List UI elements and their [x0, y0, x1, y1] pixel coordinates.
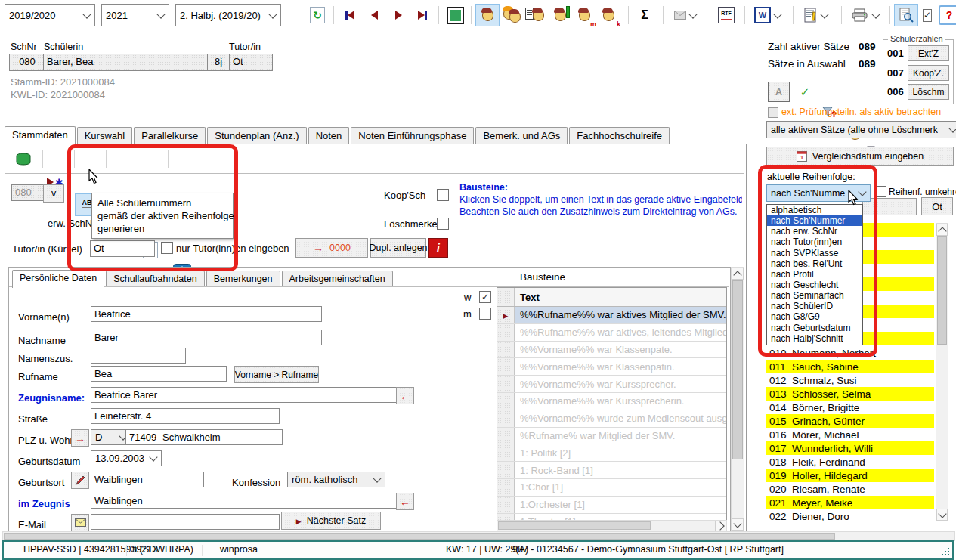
mail-button[interactable]	[667, 4, 704, 26]
tab-noten-einfuehrungsphase[interactable]: Noten Einführungsphase	[351, 127, 474, 144]
student-list-item[interactable]: 022Diener, Doro	[766, 509, 934, 523]
plz-lookup-button[interactable]	[71, 429, 89, 447]
scrollbar-thumb[interactable]	[732, 280, 743, 459]
tab-bemerk-und-ags[interactable]: Bemerk. und AGs	[475, 127, 568, 144]
order-option[interactable]: nach Tutor(inn)en	[767, 237, 862, 247]
scroll-up-button[interactable]	[936, 224, 948, 236]
tab-stammdaten[interactable]: Stammdaten	[5, 126, 76, 145]
im-zeugnis-field[interactable]: Waiblingen	[91, 493, 399, 509]
first-record-button[interactable]	[338, 4, 362, 26]
vorname-to-rufname-button[interactable]: Vorname > Rufname	[234, 366, 319, 383]
school-year-select[interactable]: 2019/2020	[5, 4, 95, 26]
student-list-item[interactable]: 017Wunnderlich, Willi	[766, 441, 934, 455]
reverse-order-checkbox[interactable]	[875, 186, 886, 197]
extz-button[interactable]: Ext'Z	[908, 45, 949, 61]
previous-record-button[interactable]	[362, 4, 386, 26]
goto-record-button[interactable]: 0000	[295, 238, 368, 258]
bausteine-hscrollbar[interactable]	[497, 520, 727, 531]
exam-year-select[interactable]: 2021	[101, 4, 169, 26]
order-option[interactable]: nach Geschlecht	[767, 280, 862, 290]
baustein-row[interactable]: %Rufname% war Mitglied der SMV.	[497, 428, 726, 445]
student-male-button[interactable]: m	[572, 4, 596, 26]
detail-vscrollbar[interactable]	[731, 267, 744, 531]
student-list-item[interactable]: 021Meyer, Meike	[766, 496, 934, 509]
tab-bemerkungen[interactable]: Bemerkungen	[206, 271, 280, 287]
tab-parallelkurse[interactable]: Parallelkurse	[134, 127, 206, 144]
baustein-row[interactable]: %%Vorname%% war Kurssprecherin.	[497, 393, 726, 410]
scroll-down-button[interactable]	[936, 509, 948, 521]
baustein-row[interactable]: %%Vorname%% war Kurssprecher.	[497, 376, 726, 393]
m-checkbox[interactable]	[479, 308, 491, 320]
koop-checkbox[interactable]	[437, 189, 449, 201]
baustein-row[interactable]: 1:Chor [1]	[497, 479, 726, 497]
student-list-item[interactable]: 015Grinach, Günter	[766, 414, 934, 428]
next-record-button[interactable]	[386, 4, 410, 26]
edit-schnr-field[interactable]: 080	[11, 184, 48, 201]
baustein-row[interactable]: 1:Orchester [1]	[497, 497, 726, 514]
baustein-row[interactable]: %%Vorname%% wurde zum Medienscout ausgeb	[497, 410, 726, 428]
plz-field[interactable]: 71409	[125, 429, 163, 445]
tab-noten[interactable]: Noten	[308, 127, 350, 144]
order-option[interactable]: alphabetisch	[767, 205, 862, 215]
student-pair-button[interactable]	[500, 4, 524, 26]
tab-schullaufbahndaten[interactable]: Schullaufbahndaten	[106, 271, 205, 287]
info-button[interactable]: i	[428, 238, 448, 258]
apply-filter-button[interactable]	[794, 82, 816, 102]
student-list-button[interactable]	[524, 4, 548, 26]
strasse-field[interactable]: Leineterstr. 4	[91, 408, 280, 424]
baustein-row[interactable]: 1: Politik [2]	[497, 444, 726, 462]
word-export-button[interactable]: W	[749, 4, 787, 26]
scrollbar-thumb[interactable]	[4, 533, 835, 540]
order-option[interactable]: nach SVPKlasse	[767, 248, 862, 258]
duplicate-button[interactable]: Dupl. anlegen	[370, 238, 426, 258]
tutor-kuerzel-field[interactable]: Ot	[90, 240, 155, 257]
student-list-item[interactable]: 020Riesam, Renate	[766, 482, 934, 496]
student-list-item[interactable]: 013Schlosser, Selma	[766, 387, 934, 401]
term-select[interactable]: 2. Halbj. (2019/20)	[175, 4, 281, 26]
baustein-row[interactable]: %%Vorname%% war Klassenpatin.	[497, 358, 726, 376]
konfession-select[interactable]: röm. katholisch	[287, 472, 385, 487]
scroll-right-button[interactable]	[715, 521, 726, 531]
zeugnisname-copy-button[interactable]	[396, 387, 414, 404]
sum-button[interactable]: Σ	[633, 4, 657, 26]
v-button[interactable]: v	[43, 184, 64, 203]
a-button[interactable]: A	[768, 82, 790, 102]
order-option[interactable]: nach Seminarfach	[767, 290, 862, 301]
tab-fachhochschulreife[interactable]: Fachhochschulreife	[569, 127, 670, 144]
baustein-row[interactable]: %%Rufname%% war aktives, leitendes Mitgl…	[497, 324, 726, 342]
last-record-button[interactable]	[410, 4, 435, 26]
refresh-button[interactable]	[305, 4, 329, 26]
email-field[interactable]	[91, 514, 280, 530]
student-list-item[interactable]: 018Fleik, Ferdinand	[766, 455, 934, 469]
resize-grip[interactable]	[942, 548, 949, 555]
student-list-scrollbar[interactable]	[936, 223, 948, 521]
student-name-field[interactable]: Barer, Bea	[43, 54, 209, 71]
koopz-button[interactable]: Koop'Z.	[908, 65, 949, 81]
compare-date-button[interactable]: 1 Vergleichsdatum eingeben	[766, 147, 954, 166]
order-option[interactable]: nach G8/G9	[767, 311, 862, 322]
order-option[interactable]: nach SchülerID	[767, 301, 862, 311]
student-list-item[interactable]: 010Neumann, Norbert	[766, 346, 934, 360]
print-dialog-checkbox[interactable]	[923, 9, 932, 22]
ext-pruef-checkbox[interactable]	[768, 107, 778, 118]
wohnort-field[interactable]: Schwaikheim	[159, 429, 283, 445]
order-option[interactable]: nach Halbj'Schnitt	[767, 333, 862, 344]
record-filter-select[interactable]: alle aktiven Sätze (alle ohne Löschmerk	[766, 121, 956, 138]
order-option[interactable]: nach Geburtsdatum	[767, 323, 862, 333]
tab-arbeitsgemeinschaften[interactable]: Arbeitsgemeinschaften	[282, 271, 393, 287]
order-option[interactable]: nach bes. Rel'Unt	[767, 258, 862, 269]
im-zeugnis-copy-button[interactable]	[396, 493, 414, 510]
zeugnisname-field[interactable]: Beatrice Barer	[91, 387, 399, 403]
baustein-row[interactable]: 1: Rock-Band [1]	[497, 462, 726, 479]
geburtsort-field[interactable]: Waiblingen	[91, 472, 204, 487]
nachname-field[interactable]: Barer	[91, 330, 322, 345]
print-button[interactable]	[846, 4, 885, 26]
report-button[interactable]	[797, 4, 835, 26]
scrollbar-thumb[interactable]	[937, 236, 947, 345]
w-checkbox[interactable]	[479, 291, 491, 303]
order-option[interactable]: nach erw. SchNr	[767, 226, 862, 237]
schnr-field[interactable]: 080	[9, 54, 45, 71]
student-female-button[interactable]: k	[596, 4, 620, 26]
tab-persoenliche-daten[interactable]: Persönliche Daten	[12, 270, 104, 288]
ot-button[interactable]: Ot	[921, 197, 953, 215]
